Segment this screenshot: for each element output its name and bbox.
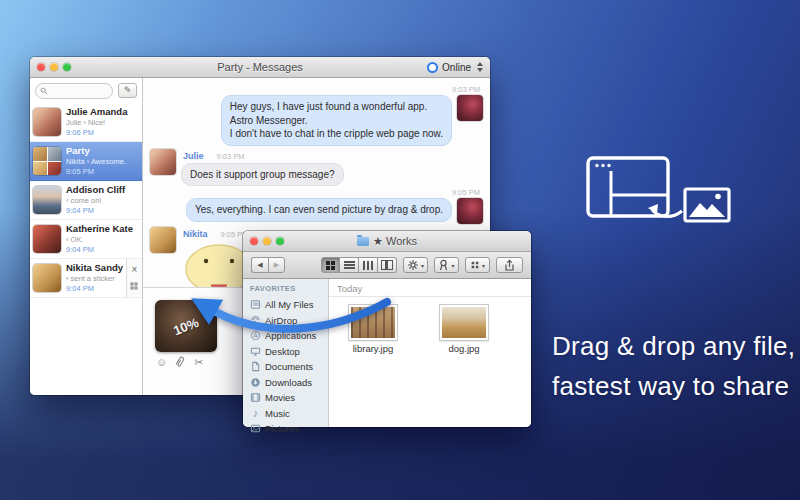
attach-paperclip-icon[interactable] [174, 355, 188, 370]
close-window-button[interactable] [250, 237, 258, 245]
close-conversation-icon[interactable]: × [132, 265, 138, 275]
contact-name: Julie Amanda [66, 106, 127, 118]
group-avatar [33, 147, 61, 175]
zoom-window-button[interactable] [276, 237, 284, 245]
icon-view-button[interactable] [321, 257, 340, 273]
tags-menu: ▾ [434, 257, 459, 273]
contact-timestamp: 9:04 PM [66, 284, 123, 294]
sidebar-item-airdrop[interactable]: AirDrop [250, 313, 328, 329]
avatar [457, 95, 483, 121]
downloads-icon [250, 377, 261, 388]
conversation-row-katherine-kate[interactable]: Katherine Kate ‹ OK. 9:04 PM [30, 220, 142, 259]
finder-file-area[interactable]: Today library.jpg dog.jpg [329, 279, 531, 427]
sidebar-section-header: FAVORITES [250, 284, 328, 293]
share-icon [503, 259, 516, 272]
message-timestamp: 9:05 PM [452, 188, 480, 197]
emoji-icon[interactable]: ☺ [156, 357, 167, 368]
minimize-window-button[interactable] [263, 237, 271, 245]
sidebar-item-music[interactable]: ♪ Music [250, 406, 328, 422]
message-timestamp: 9:03 PM [217, 152, 245, 161]
view-switcher [321, 257, 397, 273]
conversation-row-party-selected[interactable]: Party Nikita › Awesome. 9:05 PM [30, 142, 142, 181]
traffic-lights [37, 63, 71, 71]
message-bubble: Does it support group message? [181, 163, 344, 187]
avatar [150, 227, 176, 253]
documents-icon [250, 361, 261, 372]
search-input[interactable] [35, 83, 113, 99]
contact-name: Party [66, 145, 126, 157]
message-outgoing: 9:05 PM Yes, everything. I can even send… [186, 186, 483, 224]
avatar [457, 198, 483, 224]
file-name: dog.jpg [432, 343, 496, 354]
caret-down-icon: ▾ [451, 262, 454, 269]
traffic-lights [250, 237, 284, 245]
sidebar-item-pictures[interactable]: Pictures [250, 421, 328, 437]
sidebar-item-downloads[interactable]: Downloads [250, 375, 328, 391]
contact-preview: Julie › Nice! [66, 118, 127, 128]
navigation-buttons: ◀ ▶ [251, 257, 285, 273]
popup-stepper-icon [477, 62, 483, 72]
avatar [33, 264, 61, 292]
messenger-window-title: Party - Messages [30, 61, 490, 73]
conversation-row-nikita-sandy[interactable]: Nikita Sandy ‹ sent a sticker 9:04 PM × [30, 259, 142, 298]
sender-name: Julie [183, 151, 204, 161]
conversation-row-julie-amanda[interactable]: Julie Amanda Julie › Nice! 9:06 PM [30, 103, 142, 142]
conversation-row-addison-cliff[interactable]: Addison Cliff ‹ come on! 9:04 PM [30, 181, 142, 220]
avatar [33, 186, 61, 214]
tags-ribbon-button[interactable]: ▾ [434, 257, 459, 273]
airdrop-icon [250, 315, 261, 326]
forward-button[interactable]: ▶ [268, 257, 285, 273]
column-view-icon [363, 261, 365, 270]
scissors-screenshot-icon[interactable]: ✂ [194, 357, 203, 368]
sidebar-item-movies[interactable]: Movies [250, 390, 328, 406]
contact-timestamp: 9:06 PM [66, 128, 127, 138]
file-thumbnail [349, 305, 397, 340]
sidebar-item-desktop[interactable]: Desktop [250, 344, 328, 360]
file-thumbnail [440, 305, 488, 340]
status-popup[interactable]: Online [427, 57, 483, 77]
action-menu: ▾ [403, 257, 428, 273]
arrange-grid-button[interactable]: ▾ [465, 257, 490, 273]
conversation-sidebar: ✎ Julie Amanda Julie › Nice! 9:06 PM [30, 78, 143, 395]
file-dog-jpg[interactable]: dog.jpg [432, 305, 496, 354]
column-view-button[interactable] [359, 257, 378, 273]
share-button[interactable] [496, 257, 523, 273]
status-label: Online [442, 62, 471, 73]
finder-titlebar[interactable]: ★ Works [243, 231, 531, 252]
new-message-button[interactable]: ✎ [118, 83, 137, 98]
caret-down-icon: ▾ [482, 262, 485, 269]
compose-icon: ✎ [124, 86, 132, 95]
message-incoming-sticker: Nikita 9:05 PM [150, 227, 257, 287]
close-window-button[interactable] [37, 63, 45, 71]
attachment-upload-thumbnail[interactable]: 10% [155, 300, 217, 352]
zoom-window-button[interactable] [63, 63, 71, 71]
svg-text:A: A [253, 332, 258, 339]
sidebar-item-all-my-files[interactable]: All My Files [250, 297, 328, 313]
list-view-button[interactable] [340, 257, 359, 273]
minimize-window-button[interactable] [50, 63, 58, 71]
arrange-grid-icon [470, 260, 480, 270]
coverflow-view-button[interactable] [378, 257, 397, 273]
contact-preview: Nikita › Awesome. [66, 157, 126, 167]
file-library-jpg[interactable]: library.jpg [341, 305, 405, 354]
contact-preview: ‹ sent a sticker [66, 274, 123, 284]
back-button[interactable]: ◀ [251, 257, 268, 273]
sticker-menu-icon[interactable] [130, 282, 133, 285]
message-timestamp: 9:03 PM [452, 85, 480, 94]
ribbon-icon [438, 259, 449, 271]
avatar [33, 225, 61, 253]
sidebar-item-applications[interactable]: A Applications [250, 328, 328, 344]
list-view-icon [344, 261, 355, 263]
avatar [33, 108, 61, 136]
promo-line-2: fastest way to share [552, 366, 795, 406]
finder-body: FAVORITES All My Files AirDrop A Applica… [243, 279, 531, 427]
messenger-titlebar[interactable]: Party - Messages Online [30, 57, 490, 78]
avatar [150, 149, 176, 175]
contact-preview: ‹ come on! [66, 196, 125, 206]
desktop-background: Party - Messages Online ✎ [0, 0, 800, 500]
forward-icon: ▶ [274, 261, 279, 269]
sidebar-item-documents[interactable]: Documents [250, 359, 328, 375]
action-gear-button[interactable]: ▾ [403, 257, 428, 273]
finder-sidebar: FAVORITES All My Files AirDrop A Applica… [243, 279, 329, 427]
contact-name: Katherine Kate [66, 223, 133, 235]
